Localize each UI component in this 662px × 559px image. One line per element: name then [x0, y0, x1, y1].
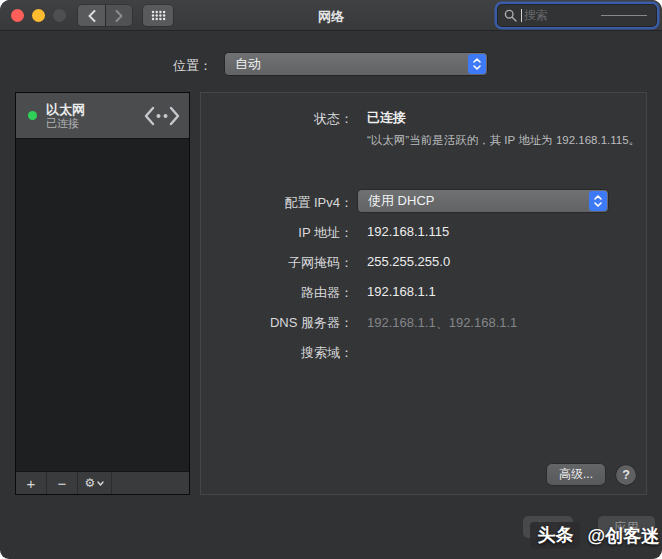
up-down-chevrons-icon — [589, 191, 607, 211]
advanced-button[interactable]: 高级... — [547, 464, 605, 485]
router-label: 路由器： — [201, 284, 353, 302]
sidebar-toolbar-spacer — [112, 472, 189, 494]
remove-service-button[interactable]: − — [47, 472, 78, 494]
location-popup[interactable]: 自动 — [225, 53, 487, 75]
configure-ipv4-value: 使用 DHCP — [368, 192, 434, 210]
search-input[interactable]: 搜索 — [498, 5, 656, 26]
location-label: 位置： — [140, 57, 212, 75]
status-label: 状态： — [201, 110, 353, 128]
search-placeholder: 搜索 — [524, 7, 548, 24]
sidebar-toolbar: + − ⚙ — [16, 471, 189, 494]
text-cursor — [521, 9, 522, 22]
dns-server-value: 192.168.1.1、192.168.1.1 — [367, 314, 517, 332]
ethernet-icon — [143, 104, 181, 128]
services-sidebar: 以太网 已连接 + − ⚙ — [15, 92, 190, 495]
up-down-chevrons-icon — [468, 54, 486, 74]
sidebar-item-ethernet[interactable]: 以太网 已连接 — [16, 93, 189, 139]
router-value: 192.168.1.1 — [367, 284, 436, 299]
gear-icon: ⚙ — [85, 476, 96, 490]
plus-icon: + — [27, 475, 36, 492]
network-preferences-window: 网络 搜索 位置： 自动 以太网 已连接 — [0, 0, 662, 559]
dns-server-label: DNS 服务器： — [201, 314, 353, 332]
configure-ipv4-label: 配置 IPv4： — [201, 194, 353, 212]
service-name: 以太网 — [46, 102, 85, 117]
magnifier-icon — [504, 9, 517, 22]
subnet-mask-label: 子网掩码： — [201, 254, 353, 272]
status-value: 已连接 — [367, 109, 406, 127]
titlebar: 网络 搜索 — [0, 0, 662, 31]
watermark: 头条 @创客迷 — [530, 522, 659, 549]
add-service-button[interactable]: + — [16, 472, 47, 494]
watermark-brand: 头条 — [530, 522, 580, 549]
ip-address-label: IP 地址： — [201, 224, 353, 242]
chevron-down-icon — [97, 481, 104, 486]
search-field-line — [601, 15, 647, 16]
location-value: 自动 — [235, 55, 261, 73]
subnet-mask-value: 255.255.255.0 — [367, 254, 450, 269]
watermark-handle: @创客迷 — [587, 524, 659, 548]
configure-ipv4-popup[interactable]: 使用 DHCP — [358, 190, 608, 212]
action-menu-button[interactable]: ⚙ — [78, 472, 112, 494]
connection-detail-panel: 状态： 已连接 “以太网”当前是活跃的，其 IP 地址为 192.168.1.1… — [200, 92, 647, 495]
search-domain-label: 搜索域： — [201, 344, 353, 362]
status-dot-icon — [28, 111, 37, 120]
help-button[interactable]: ? — [616, 465, 636, 485]
ip-address-value: 192.168.1.115 — [367, 224, 449, 239]
minus-icon: − — [58, 475, 67, 492]
service-status: 已连接 — [46, 117, 85, 130]
status-description: “以太网”当前是活跃的，其 IP 地址为 192.168.1.115。 — [367, 132, 655, 149]
